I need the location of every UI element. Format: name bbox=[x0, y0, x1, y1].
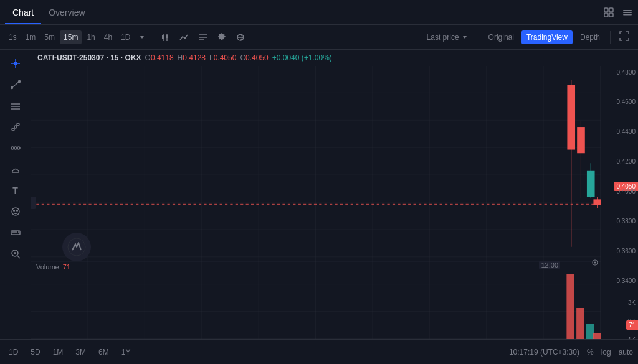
vol-3k: 3K bbox=[628, 299, 636, 306]
svg-rect-66 bbox=[566, 274, 574, 339]
log-toggle[interactable]: log bbox=[601, 348, 611, 357]
candle-type-btn[interactable] bbox=[157, 30, 174, 45]
svg-point-12 bbox=[184, 37, 186, 39]
bottom-right: 10:17:19 (UTC+3:30) % log auto bbox=[509, 348, 633, 357]
toolbar-right: Last price Original TradingView Depth bbox=[422, 29, 633, 45]
arc-tool[interactable] bbox=[7, 161, 24, 178]
top-nav: Chart Overview bbox=[0, 0, 638, 25]
tf-1s[interactable]: 1s bbox=[5, 30, 21, 44]
sep-2 bbox=[478, 31, 478, 44]
svg-rect-67 bbox=[576, 308, 584, 339]
svg-rect-58 bbox=[567, 85, 575, 150]
templates-btn[interactable] bbox=[194, 30, 212, 45]
svg-rect-9 bbox=[162, 35, 164, 39]
svg-rect-2 bbox=[604, 13, 608, 17]
main-area: T bbox=[0, 50, 638, 339]
nav-icons bbox=[603, 7, 633, 18]
btf-1d[interactable]: 1D bbox=[5, 346, 22, 358]
tf-1d[interactable]: 1D bbox=[117, 30, 134, 44]
price-0.3600: 0.3600 bbox=[616, 248, 636, 254]
mode-tradingview[interactable]: TradingView bbox=[521, 30, 573, 44]
settings-btn[interactable] bbox=[213, 30, 231, 45]
tab-overview[interactable]: Overview bbox=[41, 0, 92, 24]
svg-point-23 bbox=[11, 87, 12, 89]
btf-1m[interactable]: 1M bbox=[49, 346, 67, 358]
compare-btn[interactable] bbox=[232, 30, 249, 45]
sep-3 bbox=[610, 31, 611, 44]
svg-rect-6 bbox=[623, 14, 632, 16]
auto-toggle[interactable]: auto bbox=[619, 348, 633, 357]
svg-point-34 bbox=[14, 147, 17, 149]
btf-6m[interactable]: 6M bbox=[95, 346, 113, 358]
tf-4h[interactable]: 4h bbox=[100, 30, 116, 44]
price-info: CATI-USDT-250307 · 15 · OKX O0.4118 H0.4… bbox=[31, 50, 638, 66]
ohlc-change: +0.0040 (+1.00%) bbox=[272, 54, 332, 62]
mode-depth[interactable]: Depth bbox=[575, 30, 605, 44]
path-tool[interactable] bbox=[7, 139, 24, 157]
axis-svg bbox=[601, 66, 638, 339]
vol-1k: 1K bbox=[628, 337, 636, 339]
timestamp: 10:17:19 (UTC+3:30) bbox=[509, 348, 579, 357]
crosshair-tool[interactable] bbox=[7, 55, 24, 72]
more-menu-icon[interactable] bbox=[622, 7, 633, 18]
svg-rect-3 bbox=[609, 13, 613, 17]
fullscreen-btn[interactable] bbox=[616, 29, 633, 45]
price-0.4000: 0.4000 bbox=[616, 188, 636, 195]
svg-line-48 bbox=[17, 256, 20, 258]
window-icon[interactable] bbox=[603, 7, 614, 18]
svg-marker-7 bbox=[140, 36, 144, 39]
trend-line-tool[interactable] bbox=[7, 76, 24, 93]
time-label: 12:00 bbox=[539, 261, 560, 269]
symbol-name: CATI-USDT-250307 · 15 · OKX bbox=[37, 54, 141, 62]
svg-rect-69 bbox=[593, 333, 601, 339]
svg-point-41 bbox=[16, 210, 17, 212]
tf-5m[interactable]: 5m bbox=[40, 30, 59, 44]
svg-rect-5 bbox=[623, 12, 632, 13]
chart-settings-icon[interactable] bbox=[589, 257, 601, 269]
volume-header: Volume 71 bbox=[36, 263, 70, 271]
price-0.4600: 0.4600 bbox=[616, 98, 636, 105]
pct-toggle[interactable]: % bbox=[587, 348, 594, 357]
price-0.3400: 0.3400 bbox=[616, 278, 636, 284]
btf-1y[interactable]: 1Y bbox=[118, 346, 135, 358]
horizontal-line-tool[interactable] bbox=[7, 97, 24, 114]
tf-1h[interactable]: 1h bbox=[83, 30, 98, 44]
svg-rect-1 bbox=[609, 8, 613, 12]
svg-point-28 bbox=[12, 128, 14, 131]
svg-marker-18 bbox=[463, 36, 467, 39]
chart-main[interactable]: Volume 71 bbox=[31, 66, 601, 339]
tab-chart[interactable]: Chart bbox=[5, 0, 41, 24]
tf-1m[interactable]: 1m bbox=[22, 30, 40, 44]
svg-point-29 bbox=[17, 123, 19, 126]
mode-original[interactable]: Original bbox=[483, 30, 519, 44]
sep-1 bbox=[153, 31, 153, 44]
ohlc-low: L0.4050 bbox=[209, 54, 236, 62]
left-edge-indicator[interactable] bbox=[31, 197, 36, 209]
indicators-btn[interactable] bbox=[176, 30, 193, 45]
ruler-tool[interactable] bbox=[7, 224, 24, 241]
price-0.4400: 0.4400 bbox=[616, 128, 636, 135]
svg-rect-0 bbox=[604, 8, 608, 12]
svg-point-35 bbox=[17, 147, 20, 149]
ohlc-close: C0.4050 bbox=[240, 54, 268, 62]
price-type-btn[interactable]: Last price bbox=[422, 30, 473, 44]
toolbar: 1s 1m 5m 15m 1h 4h 1D bbox=[0, 25, 638, 50]
svg-line-32 bbox=[16, 125, 17, 126]
chart-area: CATI-USDT-250307 · 15 · OKX O0.4118 H0.4… bbox=[31, 50, 638, 339]
text-tool[interactable]: T bbox=[7, 182, 24, 199]
volume-svg bbox=[31, 271, 601, 339]
svg-rect-60 bbox=[577, 127, 585, 153]
tf-dropdown[interactable] bbox=[135, 32, 149, 43]
bottom-bar: 1D 5D 1M 3M 6M 1Y 10:17:19 (UTC+3:30) % … bbox=[0, 339, 638, 364]
svg-line-22 bbox=[12, 82, 19, 88]
vol-current-label: 71 bbox=[626, 320, 638, 330]
btf-3m[interactable]: 3M bbox=[72, 346, 90, 358]
zoom-tool[interactable] bbox=[7, 245, 24, 263]
ohlc-high: H0.4128 bbox=[178, 54, 206, 62]
tradingview-watermark bbox=[62, 233, 91, 261]
emoji-tool[interactable] bbox=[7, 203, 24, 220]
tf-15m[interactable]: 15m bbox=[60, 30, 82, 44]
btf-5d[interactable]: 5D bbox=[27, 346, 44, 358]
node-tool[interactable] bbox=[7, 118, 24, 136]
svg-point-30 bbox=[14, 126, 17, 128]
